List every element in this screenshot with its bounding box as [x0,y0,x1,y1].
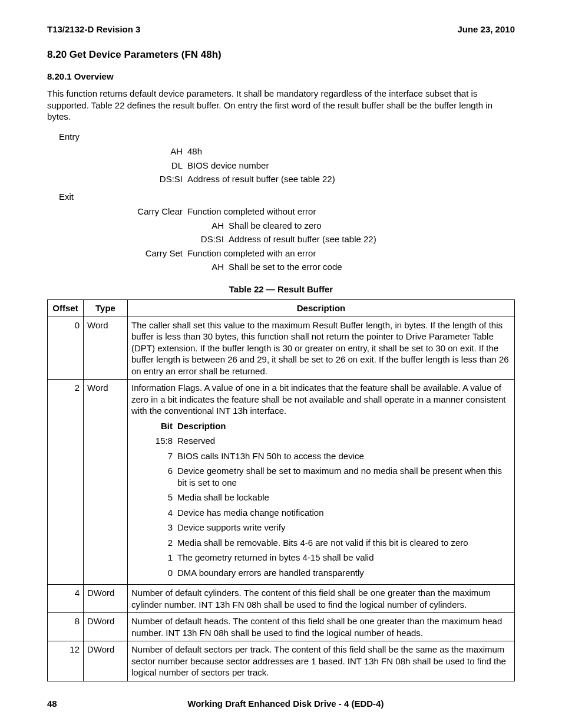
bit-label: 3 [131,522,177,533]
th-desc: Description [128,300,515,317]
result-buffer-table: Offset Type Description 0WordThe caller … [47,299,515,681]
section-title: 8.20 Get Device Parameters (FN 48h) [47,48,515,61]
bit-desc: Media shall be lockable [177,492,511,503]
register-desc: Address of result buffer (see table 22) [229,233,515,245]
carry-clear-label: Carry Clear [59,206,187,218]
register-label: DS:SI [59,233,229,245]
cell-desc: Number of default cylinders. The content… [128,585,515,613]
bit-desc: Device supports write verify [177,522,511,533]
bit-label: 5 [131,492,177,503]
page-header: T13/2132-D Revision 3 June 23, 2010 [47,24,515,35]
register-label: AH [59,261,229,273]
bit-label: 6 [131,465,177,488]
cell-desc: Number of default sectors per track. The… [128,641,515,681]
bit-table: BitDescription15:8Reserved7BIOS calls IN… [131,420,511,579]
cell-desc-text: Number of default heads. The content of … [131,615,511,638]
bit-label: 7 [131,450,177,462]
table-caption: Table 22 — Result Buffer [47,284,515,295]
carry-clear-block: Carry Clear Function completed without e… [59,206,515,218]
carry-clear-sublist: AHShall be cleared to zeroDS:SIAddress o… [59,220,515,245]
cell-desc-text: Number of default cylinders. The content… [131,587,511,610]
bit-desc: Device geometry shall be set to maximum … [177,465,511,488]
cell-type: Word [84,380,128,585]
register-label: DL [59,160,187,172]
cell-desc: Information Flags. A value of one in a b… [128,380,515,585]
cell-offset: 12 [48,641,84,681]
register-row: AHShall be set to the error code [59,261,515,273]
footer-page: 48 [47,698,57,710]
cell-offset: 8 [48,613,84,641]
page-footer: 48 Working Draft Enhanced Disk Drive - 4… [47,698,515,710]
subsection-title: 8.20.1 Overview [47,71,515,83]
cell-type: DWord [84,613,128,641]
bit-row: 6Device geometry shall be set to maximum… [131,465,511,488]
register-row: DS:SIAddress of result buffer (see table… [59,233,515,245]
table-row: 8DWordNumber of default heads. The conte… [48,613,515,641]
cell-type: Word [84,317,128,380]
bit-desc: The geometry returned in bytes 4-15 shal… [177,552,511,564]
bit-desc: BIOS calls INT13h FN 50h to access the d… [177,450,511,462]
register-desc: 48h [187,146,515,157]
register-label: AH [59,146,187,157]
table-row: 2WordInformation Flags. A value of one i… [48,380,515,585]
carry-clear-desc: Function completed without error [187,206,515,218]
bit-desc: Device has media change notification [177,507,511,519]
carry-set-desc: Function completed with an error [187,248,515,259]
footer-title: Working Draft Enhanced Disk Drive - 4 (E… [187,698,384,710]
bit-row: 7BIOS calls INT13h FN 50h to access the … [131,450,511,462]
register-desc: BIOS device number [187,160,515,172]
bit-label: 2 [131,537,177,549]
cell-type: DWord [84,641,128,681]
bit-label: 1 [131,552,177,564]
bit-header-desc: Description [177,420,511,432]
carry-set-sublist: AHShall be set to the error code [59,261,515,273]
register-row: DLBIOS device number [59,160,515,172]
bit-label: 15:8 [131,435,177,447]
th-type: Type [84,300,128,317]
bit-row: 2Media shall be removable. Bits 4-6 are … [131,537,511,549]
cell-type: DWord [84,585,128,613]
table-row: 0WordThe caller shall set this value to … [48,317,515,380]
entry-label: Entry [59,131,515,143]
bit-label: 4 [131,507,177,519]
cell-offset: 0 [48,317,84,380]
bit-row: 3Device supports write verify [131,522,511,533]
bit-row: 0DMA boundary errors are handled transpa… [131,567,511,579]
register-row: AHShall be cleared to zero [59,220,515,232]
header-right: June 23, 2010 [457,24,515,35]
overview-paragraph: This function returns default device par… [47,88,515,123]
bit-desc: DMA boundary errors are handled transpar… [177,567,511,579]
cell-desc: Number of default heads. The content of … [128,613,515,641]
register-desc: Shall be set to the error code [229,261,515,273]
exit-label: Exit [59,191,515,203]
entry-list: AH48hDLBIOS device numberDS:SIAddress of… [59,146,515,185]
header-left: T13/2132-D Revision 3 [47,24,140,35]
th-offset: Offset [48,300,84,317]
register-desc: Shall be cleared to zero [229,220,515,232]
bit-desc: Media shall be removable. Bits 4-6 are n… [177,537,511,549]
footer-spacer [514,698,515,710]
register-desc: Address of result buffer (see table 22) [187,173,515,185]
bit-desc: Reserved [177,435,511,447]
register-label: DS:SI [59,173,187,185]
bit-row: 4Device has media change notification [131,507,511,519]
carry-set-label: Carry Set [59,248,187,259]
cell-offset: 4 [48,585,84,613]
cell-offset: 2 [48,380,84,585]
cell-desc-text: The caller shall set this value to the m… [131,319,511,377]
bit-label: 0 [131,567,177,579]
table-row: 4DWordNumber of default cylinders. The c… [48,585,515,613]
bit-header-bit: Bit [131,420,177,432]
bit-row: 1The geometry returned in bytes 4-15 sha… [131,552,511,564]
table-row: 12DWordNumber of default sectors per tra… [48,641,515,681]
bit-row: 15:8Reserved [131,435,511,447]
cell-desc-text: Information Flags. A value of one in a b… [131,382,511,417]
register-row: DS:SIAddress of result buffer (see table… [59,173,515,185]
cell-desc: The caller shall set this value to the m… [128,317,515,380]
table-header-row: Offset Type Description [48,300,515,317]
cell-desc-text: Number of default sectors per track. The… [131,644,511,678]
bit-header-row: BitDescription [131,420,511,432]
register-label: AH [59,220,229,232]
table-body: 0WordThe caller shall set this value to … [48,317,515,681]
bit-row: 5Media shall be lockable [131,492,511,503]
